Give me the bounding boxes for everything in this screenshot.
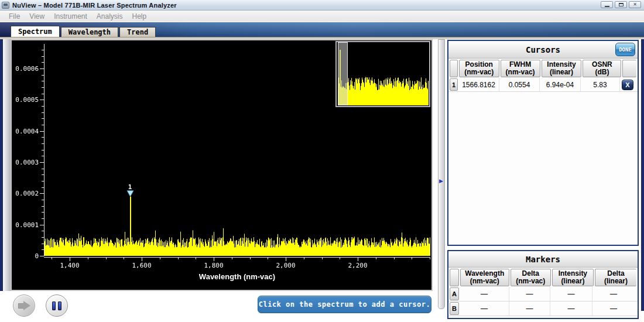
markers-panel: Markers Wavelength (nm-vac) Delta (nm-va… <box>447 250 639 319</box>
cursor-row-number: 1 <box>450 78 458 91</box>
menu-view[interactable]: View <box>25 12 49 20</box>
cursor-intensity-value: 6.94e-04 <box>540 78 581 91</box>
cursors-header-position: Position (nm-vac) <box>459 60 499 77</box>
menu-file[interactable]: File <box>4 12 25 20</box>
marker-delta-nm-value: — <box>509 302 550 316</box>
marker-row-label: A <box>450 287 459 300</box>
bottom-control-strip: Click on the spectrum to add a cursor. <box>3 291 438 322</box>
close-icon: ✕ <box>633 2 637 7</box>
run-button[interactable] <box>13 294 35 317</box>
markers-header-blank <box>450 269 459 286</box>
maximize-button[interactable] <box>615 1 627 8</box>
markers-panel-title: Markers <box>448 251 638 268</box>
cursor-fwhm-value: 0.0554 <box>499 78 540 91</box>
marker-delta-linear-value: — <box>592 287 635 301</box>
cursors-header-intensity: Intensity (linear) <box>542 60 582 77</box>
cursors-header-fwhm: FWHM (nm-vac) <box>501 60 540 77</box>
marker-delta-nm-value: — <box>509 287 550 301</box>
marker-intensity-value: — <box>550 302 592 316</box>
app-icon <box>2 2 9 9</box>
menu-analysis[interactable]: Analysis <box>92 12 128 20</box>
pause-button[interactable] <box>46 294 68 317</box>
markers-header-row: Wavelength (nm-vac) Delta (nm-vac) Inten… <box>448 268 638 287</box>
marker-row-a: A — — — — <box>448 287 638 302</box>
minimize-icon <box>605 6 609 7</box>
cursors-header-osnr: OSNR (dB) <box>583 60 621 77</box>
spectrum-plot-frame <box>11 39 433 291</box>
pause-icon <box>52 302 56 310</box>
tab-band: Spectrum Wavelength Trend <box>0 22 644 37</box>
expand-arrow-icon[interactable]: ▶ <box>439 178 443 184</box>
cursors-panel-title: Cursors DONE <box>448 41 638 59</box>
maximize-icon <box>619 3 624 6</box>
tab-trend[interactable]: Trend <box>119 27 156 37</box>
status-message: Click on the spectrum to add a cursor. <box>258 296 431 313</box>
app-window: NuView – Model 771B-MIR Laser Spectrum A… <box>0 0 644 322</box>
menu-bar: File View Instrument Analysis Help <box>0 11 644 22</box>
menu-help[interactable]: Help <box>128 12 152 20</box>
cursors-title-label: Cursors <box>526 45 560 54</box>
right-edge <box>641 39 644 311</box>
menu-instrument[interactable]: Instrument <box>49 12 92 20</box>
play-arrow-icon <box>18 301 30 310</box>
main-area: Click on the spectrum to add a cursor. ▶… <box>0 39 644 322</box>
marker-wavelength-value: — <box>460 302 509 316</box>
delete-cursor-button[interactable]: X <box>622 80 633 90</box>
marker-row-b: B — — — — <box>448 302 638 316</box>
marker-row-label: B <box>450 302 459 315</box>
title-bar: NuView – Model 771B-MIR Laser Spectrum A… <box>0 0 644 11</box>
panel-divider[interactable]: ▶ <box>438 39 445 309</box>
pause-icon <box>58 302 61 310</box>
marker-intensity-value: — <box>550 287 592 301</box>
cursor-position-value: 1566.8162 <box>458 78 499 91</box>
cursors-header-blank <box>450 60 458 77</box>
markers-title-label: Markers <box>526 255 560 264</box>
window-title: NuView – Model 771B-MIR Laser Spectrum A… <box>12 2 177 9</box>
cursor-row: 1 1566.8162 0.0554 6.94e-04 5.83 X <box>448 78 638 92</box>
spectrum-canvas[interactable] <box>12 40 431 290</box>
minimize-button[interactable] <box>601 1 613 8</box>
tab-spectrum[interactable]: Spectrum <box>11 26 60 37</box>
markers-header-wavelength: Wavelength (nm-vac) <box>460 269 509 286</box>
markers-header-delta-nm: Delta (nm-vac) <box>511 269 551 286</box>
cursor-osnr-value: 5.83 <box>581 78 620 91</box>
done-button[interactable]: DONE <box>615 43 635 56</box>
close-button[interactable]: ✕ <box>629 1 641 8</box>
cursors-panel: Cursors DONE Position (nm-vac) FWHM (nm-… <box>447 40 639 246</box>
cursors-header-delete <box>622 60 636 77</box>
marker-delta-linear-value: — <box>592 302 635 316</box>
left-strip <box>3 39 11 291</box>
marker-wavelength-value: — <box>460 287 509 301</box>
tab-wavelength[interactable]: Wavelength <box>61 27 118 37</box>
markers-header-delta-linear: Delta (linear) <box>595 269 636 286</box>
markers-header-intensity: Intensity (linear) <box>552 269 594 286</box>
cursors-header-row: Position (nm-vac) FWHM (nm-vac) Intensit… <box>448 59 638 78</box>
